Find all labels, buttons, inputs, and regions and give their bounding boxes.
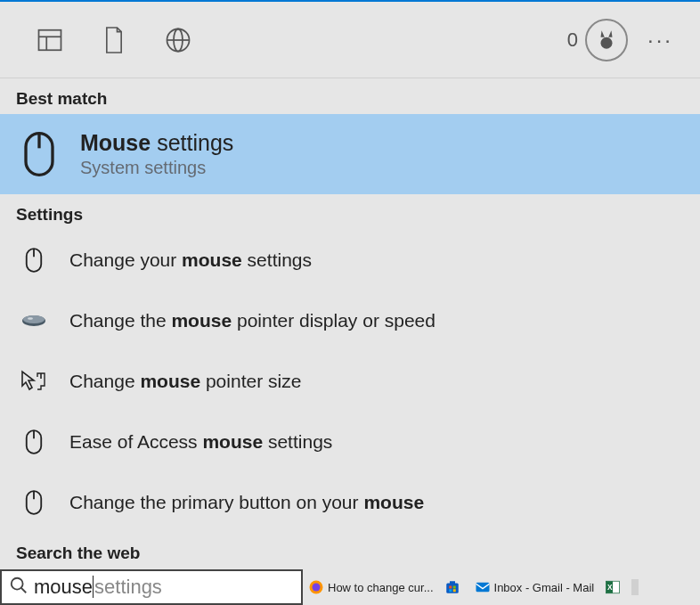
settings-result-1[interactable]: Change the mouse pointer display or spee… xyxy=(0,290,700,351)
mouse-icon xyxy=(16,485,52,520)
svg-rect-25 xyxy=(449,586,452,589)
taskbar-item-title: Inbox - Gmail - Mail xyxy=(494,581,595,594)
search-icon xyxy=(9,576,28,599)
svg-rect-33 xyxy=(631,579,639,595)
result-title: Change the primary button on your mouse xyxy=(69,492,424,513)
best-match-subtitle: System settings xyxy=(80,158,684,178)
hardware-mouse-icon xyxy=(16,303,52,339)
store-icon xyxy=(444,579,460,595)
filter-documents-button[interactable] xyxy=(82,1,146,79)
best-match-header: Best match xyxy=(0,78,700,114)
svg-rect-26 xyxy=(452,586,455,589)
taskbar-item-partial[interactable] xyxy=(630,569,644,605)
svg-rect-24 xyxy=(450,581,455,584)
svg-rect-28 xyxy=(452,589,455,592)
mouse-icon xyxy=(16,131,62,177)
taskbar-item-store[interactable] xyxy=(439,569,469,605)
filter-web-button[interactable] xyxy=(146,1,210,79)
taskbar-item-mail[interactable]: Inbox - Gmail - Mail xyxy=(469,569,600,605)
excel-icon: X xyxy=(605,579,621,595)
svg-point-6 xyxy=(600,37,612,48)
app-icon xyxy=(631,579,639,595)
rewards-medal-icon[interactable] xyxy=(585,19,628,61)
taskbar-item-title: How to change cur... xyxy=(328,581,434,594)
settings-result-2[interactable]: Change mouse pointer size xyxy=(0,351,700,412)
result-title: Change your mouse settings xyxy=(69,249,312,271)
search-filters-toolbar: 0 ··· xyxy=(0,0,700,78)
best-match-title: Mouse settings xyxy=(80,130,684,156)
taskbar: mousesettings How to change cur... Inbox… xyxy=(0,569,700,605)
firefox-icon xyxy=(308,579,324,595)
svg-text:X: X xyxy=(607,584,613,592)
svg-point-13 xyxy=(28,317,33,319)
filter-apps-button[interactable] xyxy=(18,1,82,79)
result-title: Change the mouse pointer display or spee… xyxy=(69,310,435,331)
svg-line-20 xyxy=(21,588,27,593)
svg-point-12 xyxy=(23,315,45,323)
cursor-pointer-icon xyxy=(16,364,52,399)
taskbar-item-firefox[interactable]: How to change cur... xyxy=(303,569,439,605)
svg-rect-0 xyxy=(39,29,61,50)
result-title: Ease of Access mouse settings xyxy=(69,431,332,453)
svg-rect-27 xyxy=(449,589,452,592)
settings-header: Settings xyxy=(0,194,700,230)
svg-rect-29 xyxy=(476,583,489,593)
svg-point-19 xyxy=(12,578,23,590)
search-input[interactable]: mousesettings xyxy=(0,569,303,605)
mouse-icon xyxy=(16,424,52,460)
mouse-icon xyxy=(16,242,52,278)
settings-results-list: Change your mouse settings Change the mo… xyxy=(0,230,700,533)
svg-rect-23 xyxy=(446,584,459,593)
result-title: Change mouse pointer size xyxy=(69,371,301,392)
settings-result-4[interactable]: Change the primary button on your mouse xyxy=(0,472,700,533)
search-autocomplete-hint: settings xyxy=(94,576,162,598)
svg-point-22 xyxy=(313,584,321,592)
settings-result-3[interactable]: Ease of Access mouse settings xyxy=(0,412,700,472)
mail-icon xyxy=(475,579,491,595)
rewards-points-label: 0 xyxy=(567,29,578,52)
settings-result-0[interactable]: Change your mouse settings xyxy=(0,230,700,290)
taskbar-item-excel[interactable]: X xyxy=(599,569,630,605)
more-options-button[interactable]: ··· xyxy=(639,28,682,53)
search-query: mouse xyxy=(34,576,94,598)
best-match-result[interactable]: Mouse settings System settings xyxy=(0,114,700,194)
search-web-header: Search the web xyxy=(0,533,700,568)
